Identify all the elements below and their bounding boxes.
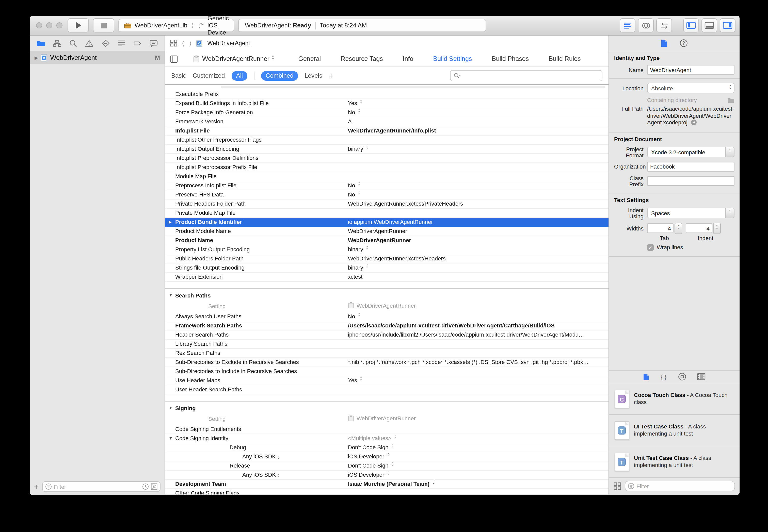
value-stepper-icon[interactable]: ˄˅ [358, 183, 360, 188]
targets-sidebar-toggle-icon[interactable] [170, 55, 178, 63]
setting-row[interactable]: Info.plist FileWebDriverAgentRunner/Info… [165, 126, 609, 136]
project-row[interactable]: ▶ WebDriverAgent M [30, 51, 165, 64]
setting-row[interactable]: Sub-Directories to Include in Recursive … [165, 367, 609, 376]
setting-value[interactable]: No˄˅ [348, 191, 606, 197]
setting-value[interactable]: iOS Developer˄˅ [348, 453, 606, 459]
setting-row[interactable]: Library Search Paths [165, 340, 609, 349]
setting-value[interactable]: <Multiple values>˄˅ [348, 435, 606, 441]
close-window-button[interactable] [36, 22, 42, 28]
location-popup[interactable]: Absolute ˄˅ [647, 83, 734, 93]
setting-row[interactable]: Any iOS SDK˄˅iOS Developer˄˅ [165, 471, 609, 480]
setting-row[interactable]: Development TeamIsaac Murchie (Personal … [165, 480, 609, 489]
setting-row[interactable]: Info.plist Output Encodingbinary˄˅ [165, 145, 609, 154]
tab-info[interactable]: Info [403, 55, 414, 62]
value-stepper-icon[interactable]: ˄˅ [358, 314, 360, 319]
scm-status-icon[interactable] [151, 483, 157, 490]
value-stepper-icon[interactable]: ˄˅ [277, 456, 279, 461]
setting-value[interactable]: No˄˅ [348, 109, 606, 115]
settings-search-field[interactable] [450, 70, 602, 81]
setting-value[interactable]: WebDriverAgentRunner.xctest/Headers [348, 255, 606, 261]
value-stepper-icon[interactable]: ˄˅ [392, 463, 394, 468]
setting-row[interactable]: Info.plist Preprocessor Prefix File [165, 163, 609, 172]
setting-value[interactable]: No˄˅ [348, 182, 606, 188]
toggle-navigator-button[interactable] [683, 18, 699, 32]
zoom-window-button[interactable] [56, 22, 62, 28]
issue-navigator-icon[interactable] [85, 39, 94, 47]
debug-navigator-icon[interactable] [117, 39, 125, 47]
setting-row[interactable]: Header Search Pathsiphoneos/usr/include/… [165, 330, 609, 340]
class-prefix-field[interactable] [647, 176, 734, 186]
setting-row[interactable]: Property List Output Encodingbinary˄˅ [165, 245, 609, 254]
setting-value[interactable]: WebDriverAgentRunner.xctest/PrivateHeade… [348, 201, 606, 207]
setting-row[interactable]: Use Header MapsYes˄˅ [165, 376, 609, 385]
forward-button[interactable]: ⟩ [189, 39, 191, 47]
minimize-window-button[interactable] [46, 22, 52, 28]
run-button[interactable] [68, 18, 89, 32]
scope-all[interactable]: All [231, 71, 247, 80]
toggle-inspector-button[interactable] [720, 18, 736, 32]
library-filter-field[interactable]: Filter [625, 481, 735, 491]
setting-value[interactable]: *.nib *.lproj *.framework *.gch *.xcode*… [348, 359, 606, 365]
setting-row[interactable]: Framework Search Paths/Users/isaac/code/… [165, 321, 609, 330]
clock-icon[interactable] [142, 483, 149, 490]
setting-row[interactable]: Module Map File [165, 172, 609, 181]
setting-row[interactable]: Preprocess Info.plist FileNo˄˅ [165, 181, 609, 190]
library-item[interactable]: TUI Test Case Class - A class implementi… [609, 415, 740, 446]
code-snippet-library-icon[interactable]: { } [660, 373, 667, 380]
stop-button[interactable] [93, 18, 114, 32]
setting-value[interactable]: binary˄˅ [348, 264, 606, 271]
value-stepper-icon[interactable]: ˄˅ [387, 454, 389, 459]
related-items-icon[interactable] [170, 40, 177, 47]
toggle-debug-area-button[interactable] [701, 18, 717, 32]
scheme-selector[interactable]: WebDriverAgentLib ⟩ Generic iOS Device [118, 19, 234, 32]
value-stepper-icon[interactable]: ˄˅ [358, 192, 360, 197]
value-stepper-icon[interactable]: ˄˅ [387, 472, 389, 477]
setting-row[interactable]: DebugDon't Code Sign˄˅ [165, 443, 609, 452]
organization-field[interactable]: Facebook [647, 162, 734, 171]
setting-value[interactable]: xctest [348, 274, 606, 280]
section-header[interactable]: ▼Signing [165, 402, 609, 414]
object-library-icon[interactable] [678, 373, 686, 381]
test-navigator-icon[interactable] [101, 39, 109, 47]
setting-row[interactable]: Private Headers Folder PathWebDriverAgen… [165, 199, 609, 209]
setting-row[interactable]: Other Code Signing Flags [165, 489, 609, 494]
setting-row[interactable]: User Header Search Paths [165, 385, 609, 394]
value-stepper-icon[interactable]: ˄˅ [366, 265, 368, 270]
setting-value[interactable]: Don't Code Sign˄˅ [348, 462, 606, 469]
value-stepper-icon[interactable]: ˄˅ [366, 146, 368, 151]
value-stepper-icon[interactable]: ˄˅ [360, 101, 362, 105]
setting-row[interactable]: Sub-Directories to Exclude in Recursive … [165, 358, 609, 367]
setting-value[interactable]: WebDriverAgentRunner/Info.plist [348, 127, 606, 134]
setting-row[interactable]: Strings file Output Encodingbinary˄˅ [165, 263, 609, 273]
setting-row[interactable]: ▼Code Signing Identity<Multiple values>˄… [165, 434, 609, 443]
setting-row[interactable]: Product NameWebDriverAgentRunner [165, 236, 609, 245]
quick-help-icon[interactable]: ? [680, 39, 688, 47]
scope-combined[interactable]: Combined [261, 71, 298, 80]
disclosure-down-icon[interactable]: ▼ [169, 406, 173, 410]
file-template-library-icon[interactable] [643, 373, 649, 380]
assistant-editor-button[interactable] [638, 18, 654, 32]
setting-row[interactable]: Preserve HFS DataNo˄˅ [165, 190, 609, 199]
folder-icon[interactable] [727, 97, 734, 103]
search-navigator-icon[interactable] [69, 39, 77, 47]
setting-row[interactable]: Expand Build Settings in Info.plist File… [165, 99, 609, 108]
scope-basic[interactable]: Basic [171, 72, 186, 79]
tab-build-rules[interactable]: Build Rules [549, 55, 581, 62]
value-stepper-icon[interactable]: ˄˅ [360, 378, 362, 383]
setting-row[interactable]: Framework VersionA [165, 117, 609, 126]
project-navigator-icon[interactable] [37, 39, 45, 47]
tab-general[interactable]: General [298, 55, 321, 62]
setting-value[interactable]: WebDriverAgentRunner [348, 237, 606, 243]
open-arrow-icon[interactable] [691, 119, 697, 125]
library-grid-icon[interactable] [614, 482, 621, 490]
library-item[interactable]: TUnit Test Case Class - A class implemen… [609, 446, 740, 478]
setting-value[interactable]: No˄˅ [348, 313, 606, 319]
navigator-filter-field[interactable]: Filter [42, 481, 160, 492]
value-stepper-icon[interactable]: ˄˅ [366, 247, 368, 252]
disclosure-down-icon[interactable]: ▼ [169, 293, 173, 297]
file-inspector-icon[interactable] [661, 39, 667, 47]
section-header[interactable]: ▼Search Paths [165, 289, 609, 301]
setting-row[interactable]: Any iOS SDK˄˅iOS Developer˄˅ [165, 452, 609, 461]
setting-row[interactable]: Code Signing Entitlements [165, 425, 609, 434]
tab-width-field[interactable]: 4 [647, 223, 674, 233]
